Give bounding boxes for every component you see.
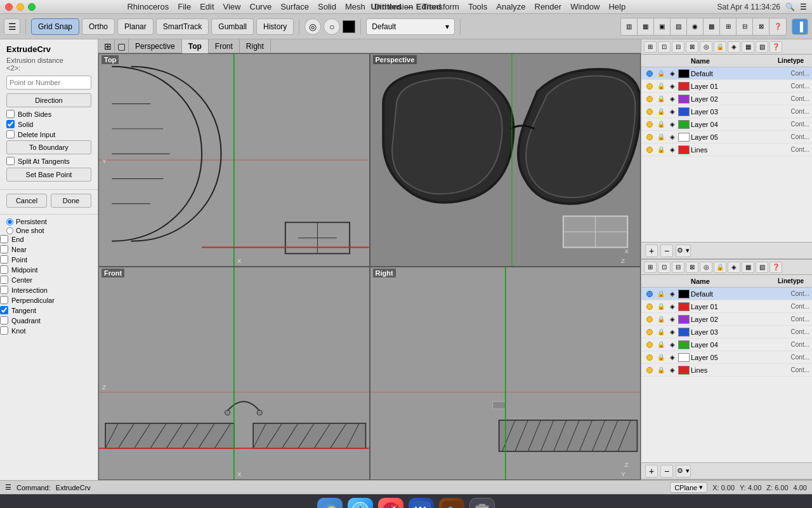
layer-render[interactable]: ◈ xyxy=(667,290,678,297)
minimize-button[interactable] xyxy=(16,3,24,11)
menu-view[interactable]: View xyxy=(223,2,241,11)
layer-row[interactable]: 🔒 ◈ Lines Cont... xyxy=(641,364,812,377)
layer-lock[interactable]: 🔒 xyxy=(655,341,667,348)
layer-tool-b2[interactable]: ⊡ xyxy=(658,262,671,273)
view-btn-9[interactable]: ⊠ xyxy=(753,18,769,35)
grid-snap-btn[interactable]: Grid Snap xyxy=(31,18,79,35)
solid-checkbox[interactable] xyxy=(6,120,15,128)
layer-vis-circle[interactable] xyxy=(646,367,653,373)
layer-vis-circle[interactable] xyxy=(646,316,653,323)
layer-vis-circle[interactable] xyxy=(646,147,653,153)
layer-row[interactable]: 🔒 ◈ Layer 04 Cont... xyxy=(641,118,812,131)
trash-icon[interactable] xyxy=(469,498,495,509)
layer-add-btn[interactable]: + xyxy=(645,244,658,257)
layer-row[interactable]: 🔒 ◈ Layer 01 Cont... xyxy=(641,80,812,93)
layer-row[interactable]: 🔒 ◈ Layer 05 Cont... xyxy=(641,131,812,144)
layer-vis-circle[interactable] xyxy=(646,329,653,335)
ortho-btn[interactable]: Ortho xyxy=(82,18,115,35)
layer-color-swatch[interactable] xyxy=(678,133,691,142)
menu-edit[interactable]: Edit xyxy=(200,2,214,11)
layer-row[interactable]: 🔒 ◈ Default Cont... xyxy=(641,288,812,300)
layer-color-swatch[interactable] xyxy=(678,145,691,154)
layer-tool-b7[interactable]: ◈ xyxy=(728,262,740,273)
osnap-intersection-checkbox[interactable] xyxy=(0,286,8,294)
view-btn-4[interactable]: ▨ xyxy=(671,18,687,35)
color-swatch[interactable] xyxy=(343,20,355,33)
layer-render[interactable]: ◈ xyxy=(667,146,678,153)
layer-render[interactable]: ◈ xyxy=(667,354,678,361)
layer-vis-circle[interactable] xyxy=(646,109,653,115)
layer-lock[interactable]: 🔒 xyxy=(655,146,667,153)
view-btn-8[interactable]: ⊟ xyxy=(737,18,753,35)
layer-vis-circle[interactable] xyxy=(646,134,653,140)
layer-tool-b10[interactable]: ❓ xyxy=(769,262,782,273)
layer-lock[interactable]: 🔒 xyxy=(655,108,667,115)
layer-row[interactable]: 🔒 ◈ Layer 04 Cont... xyxy=(641,338,812,351)
layer-vis-circle[interactable] xyxy=(646,354,653,361)
view-btn-7[interactable]: ⊞ xyxy=(720,18,737,35)
view-btn-5[interactable]: ◉ xyxy=(687,18,704,35)
osnap-tangent-checkbox[interactable] xyxy=(0,306,8,314)
layer-tool-6[interactable]: 🔒 xyxy=(714,41,726,53)
osnap-perpendicular-checkbox[interactable] xyxy=(0,296,8,304)
layer-lock[interactable]: 🔒 xyxy=(655,328,667,335)
layer-render[interactable]: ◈ xyxy=(667,83,678,90)
layer-lock[interactable]: 🔒 xyxy=(655,366,667,373)
layer-lock[interactable]: 🔒 xyxy=(655,95,667,102)
view-btn-2[interactable]: ▦ xyxy=(638,18,654,35)
cplane-selector[interactable]: CPlane ▾ xyxy=(670,482,707,493)
osnap-near-checkbox[interactable] xyxy=(0,245,8,253)
view-btn-6[interactable]: ▩ xyxy=(704,18,720,35)
menu-extras-icon[interactable]: ☰ xyxy=(800,3,807,11)
layer-lock[interactable]: 🔒 xyxy=(655,83,667,90)
layer-lock[interactable]: 🔒 xyxy=(655,316,667,323)
layer-render[interactable]: ◈ xyxy=(667,366,678,373)
layer-add-btn-b[interactable]: + xyxy=(645,465,658,478)
menu-curve[interactable]: Curve xyxy=(250,2,272,11)
layer-tool-1[interactable]: ⊞ xyxy=(644,41,657,53)
layer-render[interactable]: ◈ xyxy=(667,316,678,323)
layer-render[interactable]: ◈ xyxy=(667,303,678,310)
layer-tool-b3[interactable]: ⊟ xyxy=(672,262,684,273)
layer-dropdown[interactable]: Default ▾ xyxy=(366,18,455,35)
launchpad-icon[interactable]: 🚀 xyxy=(378,498,403,509)
viewport-right[interactable]: Right xyxy=(370,267,641,480)
layer-remove-btn-b[interactable]: − xyxy=(660,465,673,478)
layer-tool-3[interactable]: ⊟ xyxy=(672,41,684,53)
quill-icon[interactable]: 🐦 xyxy=(439,498,464,509)
menu-solid[interactable]: Solid xyxy=(318,2,336,11)
layer-color-swatch[interactable] xyxy=(678,120,691,129)
osnap-midpoint-checkbox[interactable] xyxy=(0,265,8,274)
layer-color-swatch[interactable] xyxy=(678,366,691,375)
menu-file[interactable]: File xyxy=(178,2,191,11)
layer-color-swatch[interactable] xyxy=(678,290,691,298)
osnap-knot-checkbox[interactable] xyxy=(0,326,8,335)
layer-color-swatch[interactable] xyxy=(678,82,691,91)
view-btn-10[interactable]: ❓ xyxy=(769,18,786,35)
tab-perspective[interactable]: Perspective xyxy=(129,39,182,53)
layer-lock[interactable]: 🔒 xyxy=(655,121,667,128)
menu-window[interactable]: Window xyxy=(570,2,599,11)
tab-right[interactable]: Right xyxy=(240,39,271,53)
tab-front[interactable]: Front xyxy=(209,39,240,53)
boundary-btn[interactable]: To Boundary xyxy=(6,140,91,154)
menu-surface[interactable]: Surface xyxy=(280,2,309,11)
persistent-radio[interactable] xyxy=(6,218,13,225)
layer-lock[interactable]: 🔒 xyxy=(655,290,667,297)
history-btn[interactable]: History xyxy=(256,18,294,35)
layer-vis-circle[interactable] xyxy=(646,342,653,348)
planar-btn[interactable]: Planar xyxy=(117,18,154,35)
layer-render[interactable]: ◈ xyxy=(667,328,678,335)
tab-top[interactable]: Top xyxy=(182,39,209,53)
layer-color-swatch[interactable] xyxy=(678,340,691,349)
layer-tool-8[interactable]: ▦ xyxy=(742,41,754,53)
layer-vis-circle[interactable] xyxy=(646,70,653,77)
layer-lock[interactable]: 🔒 xyxy=(655,354,667,361)
layer-settings-btn[interactable]: ⚙ ▾ xyxy=(676,244,691,257)
layer-remove-btn[interactable]: − xyxy=(660,244,673,257)
layer-render[interactable]: ◈ xyxy=(667,133,678,140)
layer-render[interactable]: ◈ xyxy=(667,95,678,102)
view-btn-1[interactable]: ▥ xyxy=(621,18,638,35)
set-base-btn[interactable]: Set Base Point xyxy=(6,168,91,182)
layer-row[interactable]: 🔒 ◈ Layer 03 Cont... xyxy=(641,105,812,118)
